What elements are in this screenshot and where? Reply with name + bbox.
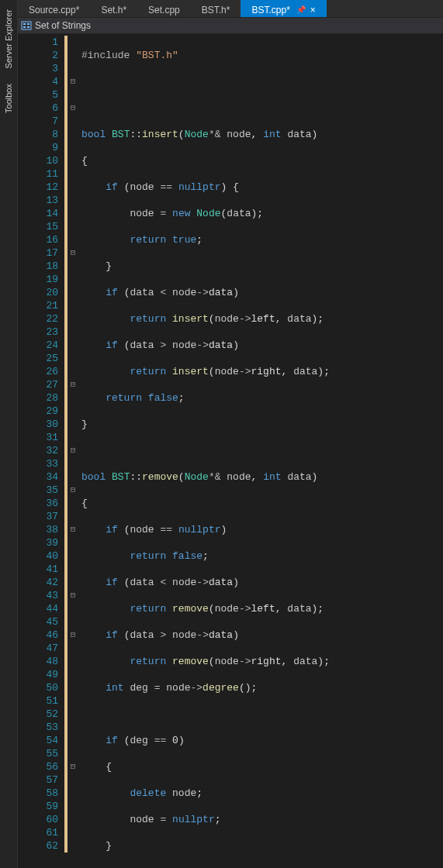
tab-bst-h[interactable]: BST.h* — [191, 0, 241, 17]
close-icon[interactable]: × — [310, 5, 316, 16]
fold-toggle[interactable]: ⊟ — [67, 484, 78, 497]
sidebar-tab-server-explorer[interactable]: Server Explorer — [2, 5, 15, 73]
tab-set-h[interactable]: Set.h* — [90, 0, 137, 17]
fold-toggle — [67, 207, 78, 220]
fold-toggle — [67, 141, 78, 154]
fold-toggle — [67, 49, 78, 62]
line-number: 42 — [18, 576, 58, 589]
fold-toggle — [67, 721, 78, 734]
line-number: 32 — [18, 444, 58, 457]
line-number: 9 — [18, 141, 58, 154]
fold-toggle — [67, 813, 78, 826]
line-number: 46 — [18, 629, 58, 642]
line-number: 45 — [18, 615, 58, 629]
fold-toggle — [67, 563, 78, 576]
line-number: 21 — [18, 299, 58, 312]
line-number: 47 — [18, 642, 58, 655]
pin-icon[interactable]: 📌 — [296, 5, 306, 14]
fold-toggle — [67, 826, 78, 839]
fold-toggle — [67, 536, 78, 549]
svg-rect-1 — [23, 23, 26, 25]
line-number: 55 — [18, 747, 58, 760]
fold-toggle — [67, 734, 78, 747]
fold-toggle — [67, 299, 78, 312]
fold-toggle — [67, 220, 78, 233]
fold-toggle — [67, 405, 78, 418]
fold-toggle[interactable]: ⊟ — [67, 246, 78, 260]
line-number: 22 — [18, 312, 58, 326]
fold-toggle — [67, 747, 78, 760]
fold-toggle — [67, 668, 78, 681]
line-number: 24 — [18, 339, 58, 352]
line-number: 49 — [18, 668, 58, 681]
line-number: 39 — [18, 536, 58, 549]
fold-toggle[interactable]: ⊟ — [67, 629, 78, 642]
fold-toggle — [67, 773, 78, 787]
line-number: 60 — [18, 813, 58, 826]
line-number: 34 — [18, 470, 58, 484]
tab-set-cpp[interactable]: Set.cpp — [137, 0, 191, 17]
line-number: 56 — [18, 760, 58, 773]
svg-rect-0 — [22, 22, 31, 29]
line-number: 54 — [18, 734, 58, 747]
line-number: 6 — [18, 102, 58, 115]
side-tool-tabs: Server Explorer Toolbox — [0, 0, 18, 868]
fold-toggle — [67, 708, 78, 721]
line-number-gutter: 1234567891011121314151617181920212223242… — [18, 34, 64, 868]
line-number: 62 — [18, 839, 58, 852]
line-number: 61 — [18, 826, 58, 839]
svg-rect-2 — [23, 26, 26, 28]
fold-toggle — [67, 655, 78, 668]
fold-toggle — [67, 787, 78, 800]
fold-toggle[interactable]: ⊟ — [67, 760, 78, 773]
line-number: 29 — [18, 405, 58, 418]
code-editor[interactable]: 1234567891011121314151617181920212223242… — [18, 34, 443, 868]
fold-toggle[interactable]: ⊟ — [67, 589, 78, 602]
line-number: 7 — [18, 115, 58, 128]
fold-toggle — [67, 352, 78, 365]
fold-toggle — [67, 326, 78, 339]
fold-toggle[interactable]: ⊟ — [67, 523, 78, 536]
line-number: 4 — [18, 75, 58, 88]
breadcrumb[interactable]: Set of Strings — [18, 17, 443, 34]
fold-toggle — [67, 115, 78, 128]
line-number: 41 — [18, 563, 58, 576]
line-number: 51 — [18, 694, 58, 708]
fold-toggle — [67, 286, 78, 299]
fold-toggle[interactable]: ⊟ — [67, 444, 78, 457]
tab-source-cpp[interactable]: Source.cpp* — [18, 0, 90, 17]
fold-column[interactable]: ⊟⊟⊟⊟⊟⊟⊟⊟⊟⊟ — [67, 34, 78, 868]
fold-toggle — [67, 497, 78, 510]
fold-toggle — [67, 339, 78, 352]
fold-toggle — [67, 36, 78, 49]
tab-bst-cpp[interactable]: BST.cpp* 📌 × — [241, 0, 326, 17]
fold-toggle — [67, 681, 78, 694]
fold-toggle[interactable]: ⊟ — [67, 378, 78, 391]
line-number: 10 — [18, 154, 58, 167]
line-number: 12 — [18, 181, 58, 194]
line-number: 18 — [18, 260, 58, 273]
line-number: 30 — [18, 418, 58, 431]
line-number: 44 — [18, 602, 58, 615]
line-number: 3 — [18, 62, 58, 75]
line-number: 1 — [18, 36, 58, 49]
fold-toggle — [67, 194, 78, 207]
line-number: 13 — [18, 194, 58, 207]
sidebar-tab-toolbox[interactable]: Toolbox — [2, 79, 15, 118]
line-number: 36 — [18, 497, 58, 510]
fold-toggle[interactable]: ⊟ — [67, 102, 78, 115]
fold-toggle — [67, 62, 78, 75]
fold-toggle — [67, 549, 78, 563]
module-icon — [21, 20, 32, 31]
fold-toggle — [67, 273, 78, 286]
line-number: 26 — [18, 365, 58, 378]
fold-toggle — [67, 470, 78, 484]
line-number: 37 — [18, 510, 58, 523]
fold-toggle — [67, 391, 78, 405]
fold-toggle — [67, 642, 78, 655]
fold-toggle[interactable]: ⊟ — [67, 75, 78, 88]
line-number: 20 — [18, 286, 58, 299]
line-number: 48 — [18, 655, 58, 668]
code-content[interactable]: #include "BST.h" bool BST::insert(Node*&… — [78, 34, 443, 868]
fold-toggle — [67, 839, 78, 852]
